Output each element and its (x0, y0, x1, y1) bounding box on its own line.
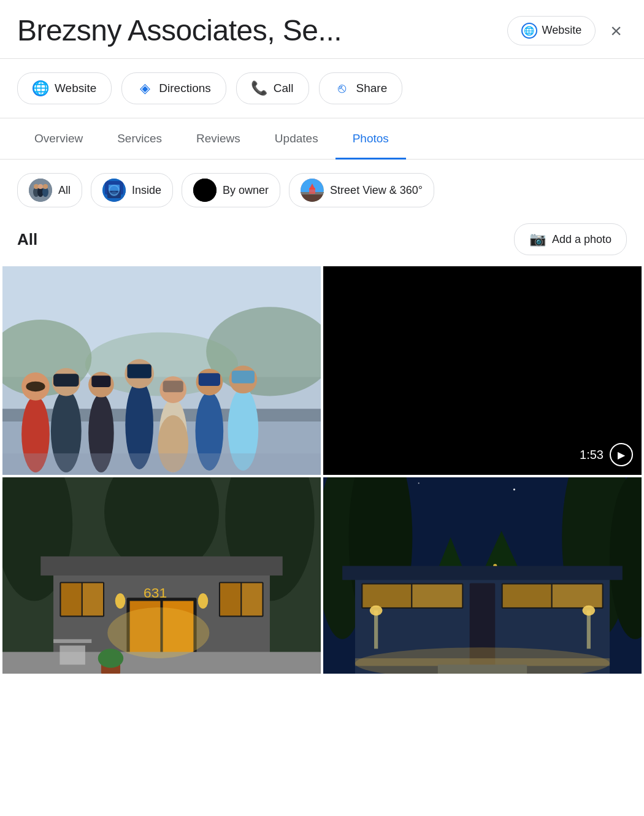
directions-label: Directions (159, 82, 210, 95)
chip-inside-thumbnail (102, 179, 126, 202)
tabs-row: Overview Services Reviews Updates Photos (0, 118, 644, 160)
svg-rect-96 (342, 566, 623, 580)
chip-by-owner[interactable]: By owner (182, 173, 280, 207)
svg-rect-59 (61, 583, 81, 615)
tab-updates[interactable]: Updates (258, 118, 335, 160)
svg-rect-44 (199, 373, 220, 386)
svg-point-2 (34, 184, 39, 189)
chip-by-owner-label: By owner (223, 184, 269, 197)
svg-rect-99 (412, 585, 462, 607)
camera-icon: 📷 (529, 231, 546, 247)
svg-rect-71 (59, 645, 85, 664)
tab-services[interactable]: Services (100, 118, 179, 160)
chip-inside[interactable]: Inside (91, 173, 173, 207)
svg-rect-62 (220, 583, 240, 615)
svg-rect-98 (362, 585, 411, 607)
svg-rect-41 (163, 381, 183, 393)
chip-street-thumbnail (301, 179, 324, 202)
add-photo-button[interactable]: 📷 Add a photo (514, 223, 627, 255)
svg-point-108 (370, 606, 383, 616)
svg-point-67 (115, 593, 126, 609)
svg-rect-54 (40, 556, 282, 575)
svg-point-13 (193, 179, 217, 202)
svg-point-28 (26, 382, 45, 392)
section-title: All (17, 230, 37, 249)
directions-icon: ◈ (137, 80, 153, 96)
svg-rect-63 (242, 583, 262, 615)
svg-point-110 (582, 606, 595, 616)
svg-rect-107 (374, 610, 378, 649)
svg-point-4 (38, 184, 43, 189)
website-action-label: Website (55, 82, 96, 95)
call-button[interactable]: 📞 Call (236, 72, 309, 104)
share-icon: ⎋ (334, 80, 350, 96)
share-label: Share (356, 82, 388, 95)
svg-point-76 (513, 488, 515, 490)
call-icon: 📞 (251, 80, 267, 96)
photo-house2[interactable] (323, 477, 642, 674)
photo-house1[interactable]: 631 (2, 477, 321, 674)
add-photo-label: Add a photo (552, 233, 611, 246)
directions-button[interactable]: ◈ Directions (121, 72, 226, 104)
svg-rect-72 (53, 639, 91, 643)
svg-rect-60 (83, 583, 103, 615)
play-button[interactable]: ▶ (610, 443, 633, 466)
close-button[interactable]: × (605, 18, 627, 43)
svg-rect-37 (127, 364, 151, 379)
svg-text:631: 631 (144, 585, 167, 601)
svg-rect-48 (2, 453, 321, 475)
photo-video[interactable]: 1:53 ▶ (323, 266, 642, 475)
page-title: Brezsny Associates, Se... (17, 13, 342, 47)
chip-all[interactable]: All (17, 173, 82, 207)
svg-rect-106 (438, 664, 527, 674)
video-duration: 1:53 (580, 448, 604, 462)
chip-street-view[interactable]: Street View & 360° (289, 173, 434, 207)
svg-point-75 (418, 482, 420, 483)
svg-point-65 (107, 607, 209, 658)
call-label: Call (274, 82, 294, 95)
svg-rect-31 (53, 374, 79, 387)
photo-grid: 1:53 ▶ (0, 266, 644, 674)
section-header: All 📷 Add a photo (0, 221, 644, 266)
photo-team[interactable] (2, 266, 321, 475)
filter-row: All Inside By owner (0, 160, 644, 221)
globe-icon-action: 🌐 (33, 80, 48, 96)
chip-inside-label: Inside (132, 184, 161, 197)
svg-rect-109 (587, 610, 591, 649)
svg-rect-103 (553, 585, 602, 607)
chip-street-view-label: Street View & 360° (330, 184, 423, 197)
action-row: 🌐 Website ◈ Directions 📞 Call ⎋ Share (0, 59, 644, 118)
chip-owner-thumbnail (193, 179, 217, 202)
tab-overview[interactable]: Overview (17, 118, 100, 160)
svg-point-70 (98, 649, 124, 668)
chip-all-thumbnail (29, 179, 52, 202)
website-label-header: Website (542, 24, 582, 37)
tab-photos[interactable]: Photos (335, 118, 406, 160)
team-photo-image (2, 266, 321, 475)
header: Brezsny Associates, Se... 🌐 Website × (0, 0, 644, 59)
globe-icon: 🌐 (521, 23, 537, 39)
svg-point-6 (43, 184, 48, 189)
svg-rect-47 (232, 371, 255, 383)
video-overlay: 1:53 ▶ (580, 443, 633, 466)
svg-rect-34 (91, 375, 110, 387)
svg-rect-102 (503, 585, 551, 607)
header-actions: 🌐 Website × (507, 16, 627, 45)
website-button-header[interactable]: 🌐 Website (507, 16, 596, 45)
share-button[interactable]: ⎋ Share (319, 72, 403, 104)
website-action-button[interactable]: 🌐 Website (17, 72, 112, 104)
tab-reviews[interactable]: Reviews (179, 118, 258, 160)
svg-point-68 (198, 593, 209, 609)
chip-all-label: All (58, 184, 71, 197)
